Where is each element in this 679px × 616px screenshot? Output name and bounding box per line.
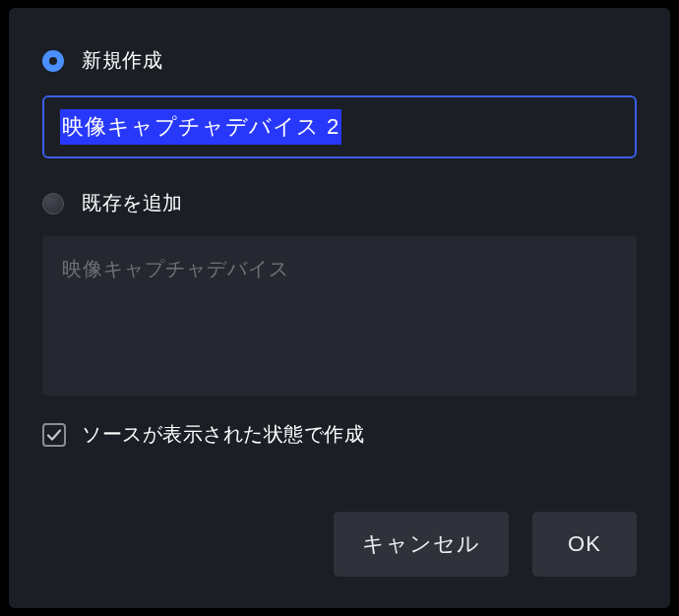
checkbox-label: ソースが表示された状態で作成: [82, 421, 364, 448]
radio-create-label: 新規作成: [82, 47, 162, 74]
source-name-input-wrap: 映像キャプチャデバイス 2: [42, 95, 637, 158]
checkbox-make-visible[interactable]: ソースが表示された状態で作成: [42, 421, 637, 448]
source-name-input[interactable]: 映像キャプチャデバイス 2: [60, 109, 341, 145]
list-item: 映像キャプチャデバイス: [62, 256, 617, 282]
radio-selected-icon: [42, 50, 64, 72]
add-source-dialog: 新規作成 映像キャプチャデバイス 2 既存を追加 映像キャプチャデバイス ソース…: [9, 8, 670, 608]
existing-sources-list: 映像キャプチャデバイス: [42, 236, 637, 396]
checkbox-icon: [42, 423, 66, 447]
radio-existing-label: 既存を追加: [82, 190, 183, 216]
cancel-button[interactable]: キャンセル: [334, 512, 509, 577]
radio-add-existing[interactable]: 既存を追加: [42, 190, 637, 216]
radio-unselected-icon: [42, 193, 64, 215]
radio-create-new[interactable]: 新規作成: [42, 47, 637, 74]
ok-button[interactable]: OK: [532, 512, 637, 577]
dialog-buttons: キャンセル OK: [334, 512, 637, 577]
check-icon: [46, 427, 62, 443]
